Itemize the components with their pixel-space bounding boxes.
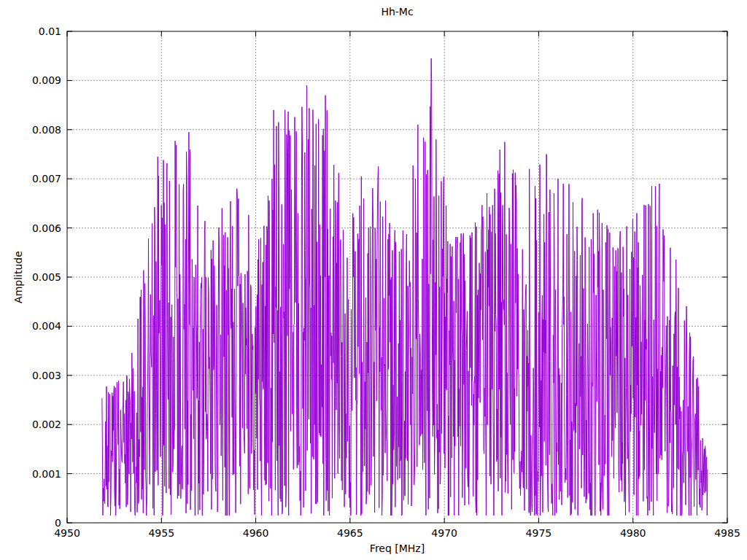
y-tick-label: 0.002 xyxy=(32,419,61,430)
y-tick-label: 0.004 xyxy=(32,320,61,332)
x-tick-label: 4970 xyxy=(431,527,457,539)
y-tick-label: 0.007 xyxy=(32,173,61,184)
y-tick-label: 0.01 xyxy=(39,26,61,37)
x-tick-label: 4985 xyxy=(714,527,740,539)
y-tick-label: 0.006 xyxy=(32,222,61,234)
x-tick-label: 4950 xyxy=(54,527,80,539)
y-tick-label: 0.003 xyxy=(32,370,61,381)
y-tick-label: 0.005 xyxy=(32,271,61,283)
series-path xyxy=(102,58,708,516)
x-tick-label: 4960 xyxy=(243,527,269,539)
y-tick-label: 0 xyxy=(55,517,61,529)
x-tick-label: 4975 xyxy=(526,527,552,539)
x-tick-label: 4965 xyxy=(337,527,363,539)
x-tick-label: 4980 xyxy=(620,527,646,539)
x-tick-label: 4955 xyxy=(148,527,174,539)
y-tick-label: 0.001 xyxy=(32,468,61,480)
figure-root: Hh-Mc Amplitude Freq [MHz] 4950495549604… xyxy=(0,0,747,560)
plot-area: 4950495549604965497049754980498500.0010.… xyxy=(0,0,747,560)
y-tick-label: 0.008 xyxy=(32,124,61,136)
y-tick-label: 0.009 xyxy=(32,74,61,86)
